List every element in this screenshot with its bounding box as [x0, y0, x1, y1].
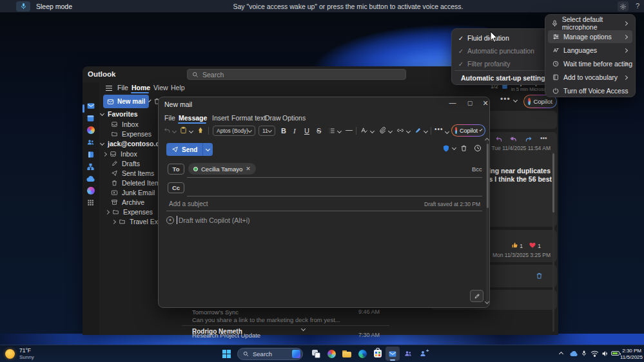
onedrive-tray-icon[interactable] [569, 350, 578, 357]
body-placeholder[interactable]: Draft with Copilot (Alt+i) [179, 216, 250, 224]
reply-icon[interactable] [495, 136, 503, 143]
new-mail-button[interactable]: New mail [103, 95, 149, 108]
attach-file-icon[interactable] [379, 126, 386, 134]
bold-button[interactable]: B [281, 127, 286, 135]
undo-icon[interactable] [164, 128, 171, 134]
list-format-chevron-icon[interactable] [337, 129, 342, 133]
tray-clock[interactable]: 2:30 PM 11/5/2025 [620, 348, 641, 361]
strikethrough-button[interactable]: S [317, 127, 321, 135]
start-button[interactable] [219, 347, 233, 361]
submenu-item-automatic-startup[interactable]: Automatic start-up setting [454, 71, 547, 84]
reply-all-icon[interactable] [509, 136, 517, 143]
schedule-send-icon[interactable] [474, 144, 482, 152]
reading-pane-scrollbar[interactable] [552, 151, 554, 332]
outlook-taskbar-button[interactable] [385, 347, 400, 361]
link-chevron-icon[interactable] [406, 129, 411, 133]
list-format-icon[interactable] [328, 128, 335, 134]
more-formatting-icon[interactable]: — [346, 126, 353, 133]
volume-tray-icon[interactable] [601, 350, 609, 357]
cc-button[interactable]: Cc [168, 182, 184, 193]
outlook-search-box[interactable]: Search [187, 69, 406, 80]
folder-item-fav-inbox[interactable]: Inbox [111, 120, 139, 128]
toolbar-overflow-icon[interactable]: ••• [434, 126, 444, 133]
people-add-button[interactable]: + [416, 347, 430, 361]
widgets-button[interactable] [324, 347, 338, 361]
send-options-chevron[interactable] [202, 143, 213, 156]
folder-item-deleted[interactable]: Deleted Items [111, 179, 164, 187]
microsoft365-app-icon[interactable] [87, 126, 95, 134]
recipient-chip[interactable]: Cecilia Tamayo ✕ [188, 163, 256, 175]
voice-help-icon[interactable]: ? [636, 2, 639, 10]
folder-item-drafts[interactable]: Drafts [111, 160, 140, 167]
compose-scrollbar[interactable] [486, 140, 489, 305]
undo-chevron-icon[interactable] [172, 129, 177, 133]
folder-item-fav-expenses[interactable]: Expenses [111, 130, 151, 138]
heart-reaction-icon[interactable] [529, 242, 536, 249]
edge-button[interactable] [355, 347, 369, 361]
tray-hidden-icons-chevron[interactable] [559, 352, 563, 356]
send-split-button[interactable]: Send [166, 143, 213, 156]
menu-item-wait-time[interactable]: Wait time before acting [548, 57, 632, 70]
paste-icon[interactable] [180, 126, 187, 134]
compose-tab-draw[interactable]: Draw [265, 114, 281, 122]
compose-tab-message[interactable]: Message [179, 114, 207, 122]
font-size-select[interactable]: 11 [259, 126, 275, 136]
folder-item-expenses[interactable]: Expenses [106, 208, 153, 216]
remove-recipient-icon[interactable]: ✕ [246, 166, 251, 172]
menu-item-add-to-vocabulary[interactable]: Add to vocabulary [548, 71, 632, 84]
italic-button[interactable]: I [293, 127, 296, 135]
tab-file[interactable]: File [117, 84, 128, 91]
file-explorer-button[interactable] [340, 347, 354, 361]
compose-tab-insert[interactable]: Insert [212, 114, 229, 122]
folder-item-archive[interactable]: Archive [111, 198, 144, 206]
teams-button[interactable] [401, 347, 415, 361]
underline-button[interactable]: U [304, 127, 309, 135]
menu-item-turn-off-voice-access[interactable]: Turn off Voice Access [548, 84, 632, 97]
discard-draft-trash-icon[interactable] [536, 272, 543, 280]
sensitivity-shield-icon[interactable] [442, 144, 450, 153]
folder-group-favorites[interactable]: Favorites [101, 110, 138, 118]
editor-pen-icon[interactable] [415, 127, 422, 134]
submenu-item-fluid-dictation[interactable]: ✓ Fluid dictation [454, 32, 547, 44]
to-button[interactable]: To [168, 164, 184, 175]
compose-copilot-button[interactable]: Copilot [451, 124, 485, 137]
format-painter-icon[interactable] [197, 126, 204, 134]
thumbs-up-reaction-icon[interactable] [511, 242, 518, 249]
tab-help[interactable]: Help [171, 84, 185, 91]
todo-app-icon[interactable] [87, 151, 95, 158]
ink-pen-button[interactable] [470, 290, 483, 302]
folder-item-inbox[interactable]: Inbox [103, 150, 137, 158]
mail-app-icon[interactable] [86, 102, 95, 110]
menu-item-manage-options[interactable]: Manage options [548, 30, 632, 43]
hamburger-menu-icon[interactable] [105, 85, 113, 91]
close-button[interactable]: ✕ [478, 99, 493, 108]
bcc-button[interactable]: Bcc [472, 166, 482, 173]
menu-item-select-default-microphone[interactable]: Select default microphone [548, 17, 632, 30]
message-list-row[interactable]: Tomorrow's Sync 9:46 AM Can you share a … [179, 306, 392, 325]
paste-chevron-icon[interactable] [189, 129, 193, 133]
people-app-icon[interactable] [86, 138, 95, 146]
task-view-button[interactable] [309, 347, 323, 361]
compose-tab-file[interactable]: File [164, 114, 175, 122]
onedrive-app-icon[interactable] [86, 175, 95, 182]
message-more-options-icon[interactable]: ••• [540, 135, 547, 142]
ribbon-collapse-chevron-icon[interactable] [513, 98, 518, 102]
taskbar-search-box[interactable]: Search [237, 348, 303, 360]
insert-link-icon[interactable] [396, 127, 404, 134]
copilot-app-icon[interactable] [87, 187, 95, 195]
ribbon-overflow-icon[interactable]: ••• [500, 95, 511, 104]
folder-item-junk[interactable]: Junk Email [111, 189, 155, 196]
submenu-item-automatic-punctuation[interactable]: ✓ Automatic punctuation [454, 44, 547, 57]
compose-tab-options[interactable]: Options [282, 114, 306, 122]
wifi-tray-icon[interactable] [590, 350, 599, 357]
microsoft-store-button[interactable] [371, 347, 385, 361]
microphone-tray-icon[interactable] [581, 350, 587, 357]
attach-chevron-icon[interactable] [388, 129, 393, 133]
maximize-button[interactable]: ▢ [463, 100, 477, 106]
minimize-button[interactable]: — [445, 99, 460, 106]
new-mail-chevron-icon[interactable] [149, 99, 151, 102]
voice-mic-button[interactable] [16, 1, 30, 12]
editor-pen-chevron-icon[interactable] [424, 129, 428, 133]
submenu-item-filter-profanity[interactable]: ✓ Filter profanity [454, 57, 547, 70]
text-styles-chevron-icon[interactable] [370, 129, 375, 133]
